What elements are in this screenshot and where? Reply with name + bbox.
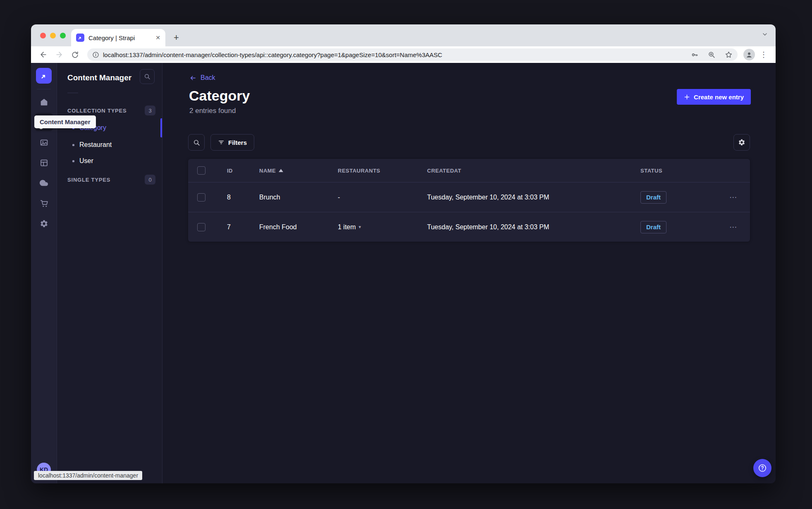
- status-badge: Draft: [640, 221, 666, 233]
- window-controls: [40, 33, 66, 38]
- column-header-id[interactable]: ID: [215, 168, 254, 174]
- cell-createdat: Tuesday, September 10, 2024 at 3:03 PM: [422, 223, 635, 231]
- collection-types-label: COLLECTION TYPES: [67, 108, 127, 114]
- browser-profile-avatar[interactable]: [743, 49, 755, 60]
- nav-content-type-builder-button[interactable]: [35, 154, 53, 172]
- single-types-count-badge: 0: [145, 175, 155, 185]
- close-tab-icon[interactable]: ✕: [155, 34, 160, 41]
- single-types-label: SINGLE TYPES: [67, 177, 110, 183]
- back-icon[interactable]: [37, 48, 50, 61]
- create-new-entry-button[interactable]: Create new entry: [677, 89, 751, 105]
- subnav-item-label: Restaurant: [79, 141, 112, 149]
- cell-id: 8: [215, 194, 254, 201]
- cell-name: French Food: [254, 223, 333, 231]
- status-badge: Draft: [640, 191, 666, 204]
- strapi-logo[interactable]: [36, 68, 52, 84]
- browser-tab[interactable]: Category | Strapi ✕: [71, 29, 165, 46]
- subnav-title: Content Manager: [67, 73, 131, 82]
- subnav-item-user[interactable]: User: [67, 153, 162, 169]
- tab-title: Category | Strapi: [88, 34, 151, 41]
- table-row[interactable]: 8 Brunch - Tuesday, September 10, 2024 a…: [188, 182, 750, 212]
- question-mark-icon: [757, 463, 767, 473]
- table-header-row: ID NAME RESTAURANTS CREATEDAT STATUS: [188, 159, 750, 182]
- new-tab-button[interactable]: +: [174, 34, 179, 42]
- table-settings-button[interactable]: [733, 134, 750, 151]
- nav-settings-button[interactable]: [35, 214, 53, 233]
- sort-ascending-icon: [279, 169, 283, 172]
- close-window-button[interactable]: [40, 33, 46, 38]
- row-actions-menu[interactable]: ⋯: [724, 192, 750, 202]
- forward-icon[interactable]: [53, 48, 66, 61]
- reload-icon[interactable]: [68, 48, 81, 61]
- column-header-restaurants[interactable]: RESTAURANTS: [333, 168, 422, 174]
- table-search-button[interactable]: [188, 134, 205, 151]
- nav-marketplace-button[interactable]: [35, 194, 53, 212]
- plus-icon: [684, 94, 690, 100]
- bullet-icon: [72, 144, 74, 146]
- subnav-search-button[interactable]: [140, 69, 155, 84]
- nav-cloud-button[interactable]: [35, 174, 53, 192]
- column-header-status[interactable]: STATUS: [635, 168, 724, 174]
- single-types-section: SINGLE TYPES 0: [67, 175, 155, 185]
- back-arrow-icon: [189, 74, 196, 82]
- subnav-item-label: User: [79, 157, 93, 165]
- url-bar[interactable]: localhost:1337/admin/content-manager/col…: [87, 48, 738, 61]
- back-label: Back: [201, 74, 215, 82]
- browser-window: Category | Strapi ✕ + localhost:1337/adm…: [31, 24, 776, 483]
- active-item-indicator: [160, 118, 162, 137]
- nav-home-button[interactable]: [35, 93, 53, 111]
- column-header-createdat[interactable]: CREATEDAT: [422, 168, 635, 174]
- subnav-item-restaurant[interactable]: Restaurant: [67, 137, 162, 153]
- back-link[interactable]: Back: [189, 74, 215, 82]
- tab-search-chevron-icon[interactable]: [762, 31, 768, 38]
- collection-types-section: COLLECTION TYPES 3: [67, 106, 155, 115]
- browser-status-bar: localhost:1337/admin/content-manager: [34, 471, 142, 480]
- browser-menu-icon[interactable]: ⋮: [757, 50, 770, 59]
- page-title: Category: [189, 88, 250, 104]
- help-button[interactable]: [753, 459, 771, 477]
- page-info-icon[interactable]: [92, 51, 99, 58]
- maximize-window-button[interactable]: [60, 33, 66, 38]
- cell-id: 7: [215, 223, 254, 231]
- subnav-divider: [67, 93, 78, 93]
- url-text[interactable]: localhost:1337/admin/content-manager/col…: [103, 51, 684, 58]
- filter-icon: [218, 139, 224, 146]
- cell-name: Brunch: [254, 194, 333, 201]
- cell-createdat: Tuesday, September 10, 2024 at 3:03 PM: [422, 194, 635, 201]
- caret-down-icon[interactable]: ▾: [359, 224, 361, 230]
- row-actions-menu[interactable]: ⋯: [724, 222, 750, 232]
- cell-restaurants[interactable]: 1 item ▾: [333, 223, 422, 231]
- filters-button[interactable]: Filters: [210, 134, 254, 151]
- password-key-icon[interactable]: [688, 48, 701, 61]
- create-button-label: Create new entry: [694, 94, 744, 101]
- content-manager-tooltip: Content Manager: [34, 115, 96, 128]
- browser-toolbar: localhost:1337/admin/content-manager/col…: [31, 46, 776, 63]
- nav-media-library-button[interactable]: [35, 133, 53, 151]
- entries-count: 2 entries found: [189, 107, 236, 115]
- cell-restaurants: -: [333, 194, 422, 201]
- select-all-checkbox[interactable]: [197, 166, 205, 175]
- nav-divider: [37, 89, 51, 89]
- filters-label: Filters: [228, 139, 247, 146]
- zoom-icon[interactable]: [705, 48, 718, 61]
- entries-table: ID NAME RESTAURANTS CREATEDAT STATUS 8 B…: [188, 159, 750, 242]
- strapi-favicon-icon: [76, 34, 84, 42]
- minimize-window-button[interactable]: [50, 33, 56, 38]
- column-header-name[interactable]: NAME: [254, 168, 333, 174]
- row-checkbox[interactable]: [197, 223, 205, 231]
- table-row[interactable]: 7 French Food 1 item ▾ Tuesday, Septembe…: [188, 212, 750, 242]
- collection-types-count-badge: 3: [145, 106, 155, 115]
- strapi-app: KD Content Manager COLLECTION TYPES 3 Ca…: [31, 63, 776, 483]
- browser-tab-strip: Category | Strapi ✕ +: [31, 24, 776, 46]
- row-checkbox[interactable]: [197, 193, 205, 202]
- bookmark-star-icon[interactable]: [722, 48, 735, 61]
- bullet-icon: [72, 160, 74, 162]
- main-content: Back Category 2 entries found Create new…: [162, 63, 776, 483]
